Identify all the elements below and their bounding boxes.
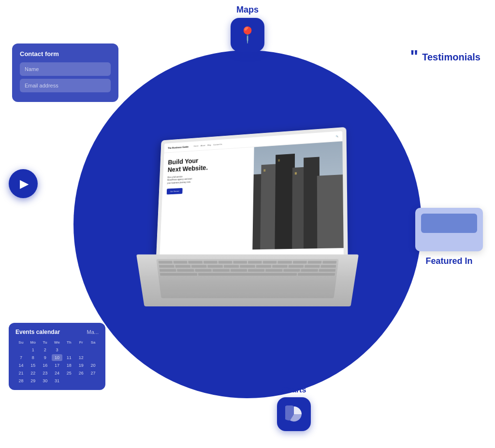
keyboard-rows: [156, 259, 339, 277]
calendar-widget: Events calendar Ma... Su Mo Tu We Th Fr …: [9, 323, 105, 390]
maps-icon-box: 📍: [231, 18, 264, 52]
keyboard-area: [156, 259, 339, 298]
quote-icon: ": [410, 48, 418, 66]
featured-card: [415, 208, 483, 251]
nav-links: Home About Blog Contact Us: [194, 143, 222, 147]
testimonials-widget: " Testimonials: [410, 48, 480, 66]
calendar-grid: Su Mo Tu We Th Fr Sa 1 2 3 7 8 9 10 11 1…: [15, 339, 99, 384]
svg-rect-9: [295, 172, 297, 174]
pie-chart-icon: [285, 405, 303, 423]
hero-text: Build YourNext Website. Hire a full-serv…: [160, 147, 254, 251]
play-button-widget[interactable]: ▶: [9, 169, 38, 198]
website-hero: Build YourNext Website. Hire a full-serv…: [160, 141, 344, 251]
charts-widget: Charts: [277, 386, 311, 431]
hero-title: Build YourNext Website.: [168, 154, 249, 173]
svg-rect-6: [317, 174, 344, 248]
maps-label: Maps: [236, 5, 259, 15]
featured-label: Featured In: [425, 256, 472, 266]
site-logo: The Business Guide: [168, 145, 189, 149]
charts-label: Charts: [282, 386, 306, 394]
laptop-screen: The Business Guide Home About Blog Conta…: [156, 127, 348, 260]
contact-form-widget: Contact form: [12, 43, 118, 102]
svg-rect-8: [278, 159, 280, 161]
contact-form-title: Contact form: [20, 50, 111, 58]
email-input[interactable]: [20, 79, 111, 92]
building-illustration: [252, 141, 343, 249]
calendar-title: Events calendar: [15, 329, 60, 335]
nav-search: 🔍: [336, 135, 338, 137]
play-icon: ▶: [20, 177, 29, 190]
svg-rect-3: [275, 153, 295, 249]
hero-button[interactable]: Get Started: [167, 188, 183, 194]
maps-pin-icon: 📍: [238, 26, 257, 44]
hero-subtitle: Hire a full-serviceWordPress agency and …: [167, 172, 249, 185]
svg-rect-7: [263, 169, 265, 172]
scene: The Business Guide Home About Blog Conta…: [0, 0, 495, 448]
calendar-header: Events calendar Ma...: [15, 329, 99, 335]
featured-in-widget: Featured In: [415, 208, 483, 266]
hero-image: [252, 141, 343, 249]
laptop: The Business Guide Home About Blog Conta…: [136, 129, 359, 312]
maps-widget: Maps 📍: [231, 5, 264, 52]
featured-card-inner: [421, 214, 477, 233]
name-input[interactable]: [20, 62, 111, 76]
laptop-screen-inner: The Business Guide Home About Blog Conta…: [160, 131, 344, 260]
charts-icon-box: [277, 397, 311, 431]
calendar-month: Ma...: [87, 329, 99, 335]
laptop-base: [136, 254, 359, 306]
testimonials-label: Testimonials: [422, 52, 480, 63]
